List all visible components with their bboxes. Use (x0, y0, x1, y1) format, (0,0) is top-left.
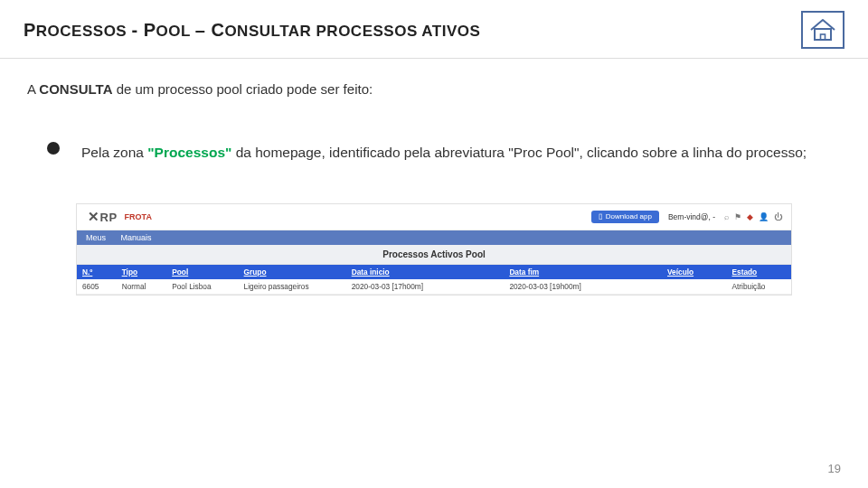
welcome-text: Bem-vind@, - (668, 212, 715, 221)
download-button[interactable]: ▯ Download app (591, 211, 659, 223)
brand-logo: ✕XRPRP (88, 209, 118, 225)
table-row[interactable]: 6605 Normal Pool Lisboa Ligeiro passagei… (77, 279, 791, 295)
nav-item-meus[interactable]: Meus (86, 233, 106, 242)
page-title: PROCESSOS - POOL – CONSULTAR PROCESSOS A… (24, 20, 480, 41)
page-number: 19 (828, 462, 841, 475)
col-num[interactable]: N.º (77, 265, 117, 279)
col-estado[interactable]: Estado (727, 265, 792, 279)
flag-icon[interactable]: ⚑ (734, 212, 741, 221)
nav-bar: Meus Manuais (77, 230, 791, 245)
intro-text: A CONSULTA de um processo pool criado po… (27, 79, 841, 100)
section-title: Processos Activos Pool (77, 245, 791, 265)
bell-icon[interactable]: ◆ (747, 212, 753, 221)
col-fim[interactable]: Data fim (504, 265, 662, 279)
home-icon[interactable] (801, 11, 844, 49)
nav-item-manuais[interactable]: Manuais (121, 233, 152, 242)
power-icon[interactable]: ⏻ (774, 212, 782, 221)
bullet-marker (47, 142, 60, 155)
phone-icon: ▯ (599, 212, 602, 221)
col-tipo[interactable]: Tipo (117, 265, 167, 279)
col-pool[interactable]: Pool (166, 265, 238, 279)
col-veiculo[interactable]: Veículo (662, 265, 726, 279)
process-table: N.º Tipo Pool Grupo Data inicio Data fim… (77, 265, 791, 295)
app-screenshot: ✕XRPRP FROTA ▯ Download app Bem-vind@, -… (76, 203, 792, 296)
user-icon[interactable]: 👤 (759, 212, 769, 221)
brand-sub: FROTA (125, 212, 152, 221)
col-inicio[interactable]: Data inicio (346, 265, 505, 279)
bullet-text: Pela zona "Processos" da homepage, ident… (81, 136, 807, 169)
search-icon[interactable]: ⌕ (724, 212, 729, 221)
col-grupo[interactable]: Grupo (239, 265, 346, 279)
